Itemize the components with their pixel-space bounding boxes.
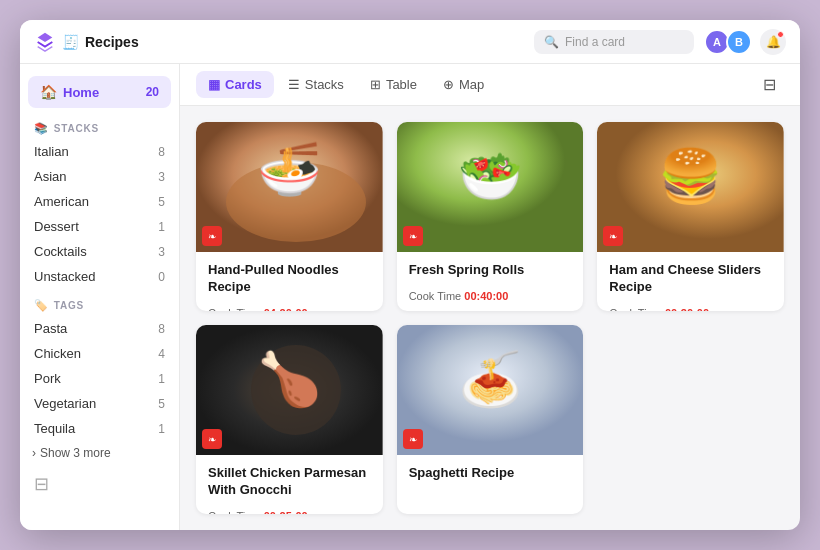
sidebar-item-stack[interactable]: Unstacked0 bbox=[20, 264, 179, 289]
recipe-card[interactable]: 🍔 ❧ Ham and Cheese Sliders Recipe Cook T… bbox=[597, 122, 784, 311]
tag-name: Chicken bbox=[34, 346, 81, 361]
show-more-label: Show 3 more bbox=[40, 446, 111, 460]
sidebar-item-tag[interactable]: Pork1 bbox=[20, 366, 179, 391]
home-icon: 🏠 bbox=[40, 84, 57, 100]
tab-map[interactable]: ⊕Map bbox=[431, 71, 496, 98]
body: 🏠 Home 20 📚 Stacks Italian8Asian3America… bbox=[20, 64, 800, 530]
card-meta: Cook Time 00:40:00Servings Makes 8 rolls bbox=[409, 287, 572, 311]
stacks-label: Stacks bbox=[305, 77, 344, 92]
source-badge: ❧ bbox=[603, 226, 623, 246]
tab-cards[interactable]: ▦Cards bbox=[196, 71, 274, 98]
app-title: Recipes bbox=[85, 34, 139, 50]
stacks-icon: ☰ bbox=[288, 77, 300, 92]
recipe-card[interactable]: 🍗 ❧ Skillet Chicken Parmesan With Gnocch… bbox=[196, 325, 383, 514]
source-badge: ❧ bbox=[202, 226, 222, 246]
card-image: 🥗 ❧ bbox=[397, 122, 584, 252]
header: 🧾 Recipes 🔍 Find a card A B 🔔 bbox=[20, 20, 800, 64]
svg-text:🍜: 🍜 bbox=[257, 138, 322, 200]
card-image: 🍔 ❧ bbox=[597, 122, 784, 252]
cards-grid: 🍜 ❧ Hand-Pulled Noodles Recipe Cook Time… bbox=[180, 106, 800, 530]
chevron-right-icon: › bbox=[32, 446, 36, 460]
card-image: 🍜 ❧ bbox=[196, 122, 383, 252]
search-bar[interactable]: 🔍 Find a card bbox=[534, 30, 694, 54]
sidebar-item-stack[interactable]: American5 bbox=[20, 189, 179, 214]
search-placeholder: Find a card bbox=[565, 35, 625, 49]
sidebar-item-stack[interactable]: Italian8 bbox=[20, 139, 179, 164]
card-title: Fresh Spring Rolls bbox=[409, 262, 572, 279]
sidebar: 🏠 Home 20 📚 Stacks Italian8Asian3America… bbox=[20, 64, 180, 530]
home-label: Home bbox=[63, 85, 99, 100]
show-more-button[interactable]: › Show 3 more bbox=[20, 441, 179, 465]
app-window: 🧾 Recipes 🔍 Find a card A B 🔔 🏠 Home 20 … bbox=[20, 20, 800, 530]
card-cook-time: Cook Time 00:40:00 bbox=[409, 287, 572, 306]
notification-button[interactable]: 🔔 bbox=[760, 29, 786, 55]
map-label: Map bbox=[459, 77, 484, 92]
sidebar-item-stack[interactable]: Dessert1 bbox=[20, 214, 179, 239]
map-icon: ⊕ bbox=[443, 77, 454, 92]
sidebar-item-tag[interactable]: Vegetarian5 bbox=[20, 391, 179, 416]
sidebar-item-stack[interactable]: Asian3 bbox=[20, 164, 179, 189]
card-body: Hand-Pulled Noodles Recipe Cook Time 04:… bbox=[196, 252, 383, 311]
card-meta: Cook Time 00:25:00Prep Time 00:05:00Serv… bbox=[208, 507, 371, 514]
sidebar-item-tag[interactable]: Tequila1 bbox=[20, 416, 179, 441]
stack-name: Dessert bbox=[34, 219, 79, 234]
card-meta: Cook Time 00:30:00Prep Time 00:05:00Serv… bbox=[609, 304, 772, 311]
svg-text:🍗: 🍗 bbox=[257, 348, 322, 410]
toolbar: ▦Cards☰Stacks⊞Table⊕Map ⊟ bbox=[180, 64, 800, 106]
stacks-section-label: 📚 Stacks bbox=[20, 112, 179, 139]
card-cook-time: Cook Time 04:20:00 bbox=[208, 304, 371, 311]
source-badge: ❧ bbox=[403, 429, 423, 449]
tab-stacks[interactable]: ☰Stacks bbox=[276, 71, 356, 98]
card-body: Fresh Spring Rolls Cook Time 00:40:00Ser… bbox=[397, 252, 584, 311]
recipe-card[interactable]: 🍜 ❧ Hand-Pulled Noodles Recipe Cook Time… bbox=[196, 122, 383, 311]
recipe-card[interactable]: 🍝 ❧ Spaghetti Recipe bbox=[397, 325, 584, 514]
stack-count: 0 bbox=[158, 270, 165, 284]
card-title: Ham and Cheese Sliders Recipe bbox=[609, 262, 772, 296]
stack-count: 5 bbox=[158, 195, 165, 209]
table-icon: ⊞ bbox=[370, 77, 381, 92]
card-title: Skillet Chicken Parmesan With Gnocchi bbox=[208, 465, 371, 499]
card-body: Skillet Chicken Parmesan With Gnocchi Co… bbox=[196, 455, 383, 514]
source-badge: ❧ bbox=[202, 429, 222, 449]
tags-list: Pasta8Chicken4Pork1Vegetarian5Tequila1 bbox=[20, 316, 179, 441]
stack-name: Asian bbox=[34, 169, 67, 184]
table-label: Table bbox=[386, 77, 417, 92]
stack-name: Cocktails bbox=[34, 244, 87, 259]
card-image: 🍗 ❧ bbox=[196, 325, 383, 455]
recipe-card[interactable]: 🥗 ❧ Fresh Spring Rolls Cook Time 00:40:0… bbox=[397, 122, 584, 311]
card-body: Spaghetti Recipe bbox=[397, 455, 584, 502]
tag-name: Pork bbox=[34, 371, 61, 386]
cards-label: Cards bbox=[225, 77, 262, 92]
sidebar-item-home[interactable]: 🏠 Home 20 bbox=[28, 76, 171, 108]
cards-icon: ▦ bbox=[208, 77, 220, 92]
svg-text:🍔: 🍔 bbox=[658, 145, 723, 207]
tag-name: Pasta bbox=[34, 321, 67, 336]
tags-section-label: 🏷️ Tags bbox=[20, 289, 179, 316]
sidebar-item-tag[interactable]: Pasta8 bbox=[20, 316, 179, 341]
tab-table[interactable]: ⊞Table bbox=[358, 71, 429, 98]
card-title: Spaghetti Recipe bbox=[409, 465, 572, 482]
card-meta: Cook Time 04:20:00Prep Time 00:05:00Serv… bbox=[208, 304, 371, 311]
source-badge: ❧ bbox=[403, 226, 423, 246]
app-logo: 🧾 Recipes bbox=[34, 31, 139, 53]
avatar-group: A B bbox=[704, 29, 752, 55]
stack-count: 1 bbox=[158, 220, 165, 234]
stack-name: American bbox=[34, 194, 89, 209]
svg-text:🍝: 🍝 bbox=[457, 348, 522, 410]
sidebar-collapse-icon[interactable]: ⊟ bbox=[34, 474, 49, 494]
stack-name: Unstacked bbox=[34, 269, 95, 284]
stack-count: 3 bbox=[158, 170, 165, 184]
card-body: Ham and Cheese Sliders Recipe Cook Time … bbox=[597, 252, 784, 311]
stack-count: 8 bbox=[158, 145, 165, 159]
card-title: Hand-Pulled Noodles Recipe bbox=[208, 262, 371, 296]
sidebar-item-stack[interactable]: Cocktails3 bbox=[20, 239, 179, 264]
sidebar-item-tag[interactable]: Chicken4 bbox=[20, 341, 179, 366]
tag-count: 8 bbox=[158, 322, 165, 336]
filter-button[interactable]: ⊟ bbox=[755, 71, 784, 98]
tag-count: 4 bbox=[158, 347, 165, 361]
main-content: ▦Cards☰Stacks⊞Table⊕Map ⊟ 🍜 ❧ Hand-Pulle… bbox=[180, 64, 800, 530]
stacks-icon: 📚 bbox=[34, 122, 49, 135]
svg-text:🥗: 🥗 bbox=[457, 145, 522, 207]
stack-name: Italian bbox=[34, 144, 69, 159]
tags-icon: 🏷️ bbox=[34, 299, 49, 312]
